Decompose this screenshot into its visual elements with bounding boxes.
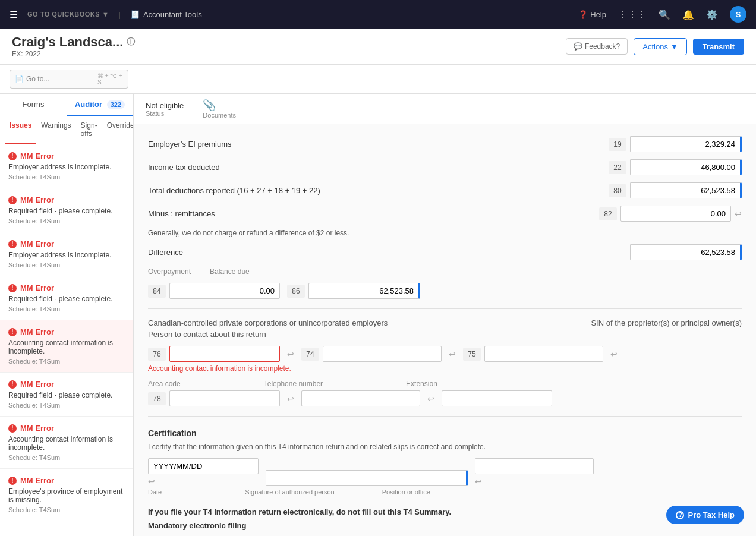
box75-num: 75 (463, 348, 481, 361)
balance-due-input[interactable] (308, 283, 420, 299)
status-value: Not eligible (146, 101, 184, 110)
error-icon: ! (8, 152, 17, 160)
company-actions: 💬 Feedback? Actions ▼ Transmit (566, 38, 744, 55)
extension-input[interactable] (442, 390, 552, 406)
sin-label: SIN of the proprietor(s) or principal ow… (591, 319, 742, 339)
apps-icon[interactable]: ⋮⋮⋮ (618, 9, 647, 20)
minus-input[interactable] (620, 206, 731, 222)
list-item[interactable]: !MM Error Accounting contact information… (0, 417, 133, 469)
box78-group: 78 (148, 390, 280, 406)
company-info: Craig's Landsca... ⓘ FX: 2022 (12, 34, 135, 58)
filing-text-bold1: If you file your T4 information return e… (148, 507, 742, 516)
list-item[interactable]: !MM Error Employee's province of employm… (0, 469, 133, 521)
date-input[interactable] (148, 458, 259, 474)
top-nav-right: ❓ Help ⋮⋮⋮ 🔍 🔔 ⚙️ S (578, 6, 746, 23)
status-item: Not eligible Status (146, 101, 184, 117)
notifications-icon[interactable]: 🔔 (682, 9, 694, 20)
employer-ei-input[interactable] (630, 136, 742, 152)
error-icon: ! (8, 240, 17, 248)
accountant-tools[interactable]: 🧾 Accountant Tools (130, 10, 202, 19)
overpayment-input[interactable] (169, 283, 280, 299)
area-code-label: Area code (148, 380, 181, 388)
phone-refresh-icon[interactable]: ↩ (287, 394, 294, 403)
status-bar: Not eligible Status 📎 Documents (134, 94, 756, 124)
income-tax-input[interactable] (630, 159, 742, 175)
difference-input[interactable] (630, 244, 742, 260)
minus-refresh-icon[interactable]: ↩ (735, 209, 742, 219)
date-field: ↩ (148, 458, 259, 486)
box75-refresh-icon[interactable]: ↩ (610, 349, 618, 359)
error-icon: ! (8, 196, 17, 204)
box74-group: 74 (301, 346, 442, 362)
total-deductions-input[interactable] (630, 182, 742, 198)
certification-text: I certify that the information given on … (148, 443, 742, 451)
area-code-input[interactable] (169, 390, 280, 406)
box74-refresh-icon[interactable]: ↩ (449, 349, 456, 359)
user-avatar[interactable]: S (730, 6, 746, 23)
settings-icon[interactable]: ⚙️ (706, 9, 718, 20)
pro-tax-help-button[interactable]: ? Pro Tax Help (666, 506, 744, 524)
total-deductions-box-num: 80 (609, 184, 626, 197)
help-button[interactable]: ❓ Help (578, 10, 606, 19)
tab-auditor[interactable]: Auditor 322 (67, 94, 133, 116)
employer-ei-box-num: 19 (609, 138, 626, 151)
phone-section: Area code Telephone number Extension 78 … (148, 380, 742, 406)
box75-group: 75 (463, 346, 603, 362)
date-refresh-icon[interactable]: ↩ (148, 477, 259, 486)
brand-arrow: ▼ (102, 11, 109, 18)
box74-input[interactable] (323, 346, 442, 362)
balance-due-item: Balance due (210, 267, 250, 276)
overpayment-field-group: 84 (148, 283, 280, 299)
list-item[interactable]: !MM Error Required field - please comple… (0, 276, 133, 320)
signature-input[interactable] (266, 470, 468, 486)
brand-label: GO TO QUICKBOOKS (27, 11, 100, 18)
signature-field (266, 470, 468, 486)
search-input[interactable] (26, 75, 97, 83)
documents-item: 📎 Documents (203, 99, 236, 119)
income-tax-field-group: 22 (609, 159, 742, 175)
telephone-refresh-icon[interactable]: ↩ (427, 394, 434, 403)
documents-icon[interactable]: 📎 (203, 99, 236, 112)
income-tax-row: Income tax deducted 22 (148, 159, 742, 175)
position-refresh-icon[interactable]: ↩ (475, 477, 594, 486)
filter-tab-signoffs[interactable]: Sign-offs (76, 116, 102, 144)
filter-tab-overrides[interactable]: Overrides (102, 116, 134, 144)
feedback-button[interactable]: 💬 Feedback? (566, 38, 628, 55)
at-label: Accountant Tools (143, 10, 202, 19)
search-doc-icon: 📄 (15, 75, 24, 83)
error-icon: ! (8, 284, 17, 292)
box76-refresh-icon[interactable]: ↩ (287, 349, 294, 359)
minus-label: Minus : remittances (148, 209, 592, 218)
list-item[interactable]: !MM Error Employer address is incomplete… (0, 232, 133, 276)
sidebar-tabs: Forms Auditor 322 (0, 94, 133, 116)
list-item[interactable]: !MM Error Required field - please comple… (0, 373, 133, 417)
box76-input[interactable] (169, 346, 280, 362)
company-info-icon[interactable]: ⓘ (127, 37, 135, 48)
tab-forms[interactable]: Forms (0, 94, 67, 116)
position-input[interactable] (475, 458, 594, 474)
divider-1 (148, 308, 742, 309)
extension-label: Extension (406, 380, 437, 388)
pro-tax-help-icon: ? (676, 511, 684, 519)
list-item[interactable]: !MM Error Required field - please comple… (0, 188, 133, 232)
filter-tab-warnings[interactable]: Warnings (36, 116, 75, 144)
actions-chevron-icon: ▼ (670, 42, 678, 51)
at-icon: 🧾 (130, 10, 140, 19)
date-label: Date (148, 488, 162, 496)
documents-label: Documents (203, 112, 236, 119)
search-input-wrap[interactable]: 📄 ⌘ + ⌥ + S (10, 70, 128, 89)
transmit-button[interactable]: Transmit (693, 39, 744, 55)
filter-tab-issues[interactable]: Issues (5, 116, 36, 144)
minus-box-num: 82 (599, 207, 617, 220)
divider-2 (148, 416, 742, 417)
box75-input[interactable] (484, 346, 603, 362)
search-icon[interactable]: 🔍 (659, 9, 670, 20)
list-item[interactable]: !MM Error Employer address is incomplete… (0, 144, 133, 188)
telephone-input[interactable] (301, 390, 420, 406)
error-icon: ! (8, 380, 17, 389)
quickbooks-brand[interactable]: GO TO QUICKBOOKS ▼ (27, 11, 109, 18)
overpayment-inputs-row: 84 86 (148, 283, 742, 299)
actions-button[interactable]: Actions ▼ (634, 38, 687, 55)
list-item[interactable]: !MM Error Accounting contact information… (0, 320, 133, 373)
hamburger-menu[interactable]: ☰ (10, 9, 18, 20)
